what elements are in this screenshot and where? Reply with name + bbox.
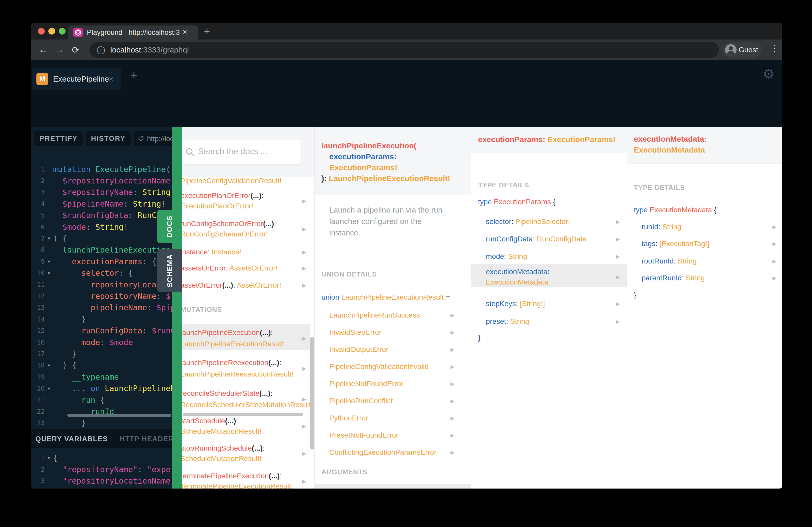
expand-arrow-icon[interactable]: ▶ [302,198,306,204]
field-type[interactable]: PipelineConfigValidationResult! [182,177,282,185]
field-type[interactable]: LaunchPipelineReexecutionResult! [182,370,293,378]
query-editor[interactable]: 1mutation ExecutePipeline(2 $repositoryL… [31,127,172,429]
expand-arrow-icon[interactable]: ▶ [772,241,777,247]
field-type[interactable]: ExecutionPlanOrError! [182,202,253,210]
fold-arrow-icon[interactable]: ▾ [45,270,53,276]
union-member[interactable]: ConflictingExecutionParamsError [329,448,436,456]
tab-query-variables[interactable]: QUERY VARIABLES [35,435,108,443]
type-field[interactable]: runConfigData: RunConfigData [486,235,587,243]
expand-arrow-icon[interactable]: ▶ [616,301,620,307]
expand-arrow-icon[interactable]: ▶ [616,274,620,280]
expand-arrow-icon[interactable]: ▶ [302,450,306,456]
type-field[interactable]: mode: String [486,252,527,261]
fold-arrow-icon[interactable]: ▾ [45,362,53,368]
expand-arrow-icon[interactable]: ▶ [450,381,454,387]
variables-editor[interactable]: 1▾{2 "repositoryName": "exper3 "reposito… [31,448,172,488]
type-field[interactable]: executionMetadata: [486,268,549,276]
union-member[interactable]: PresetNotFoundError [329,431,398,439]
docs-panel-edge[interactable] [172,127,182,488]
doc-field-item[interactable]: instance: Instance! [182,248,241,256]
playground-tab-close-icon[interactable]: × [109,74,114,84]
playground-new-tab-button[interactable]: + [131,69,137,81]
expand-arrow-icon[interactable]: ▶ [450,449,454,455]
tab-schema[interactable]: SCHEMA [157,249,182,292]
union-member[interactable]: InvalidOutputError [329,345,388,354]
doc-field-item[interactable]: reconcileSchedulerState(...): [182,389,272,397]
editor-horizontal-scrollbar[interactable] [67,414,171,417]
expand-arrow-icon[interactable]: ▶ [616,318,620,325]
type-field[interactable]: runId: String [642,223,681,231]
field-type[interactable]: RunConfigSchemaOrError! [182,230,268,238]
fold-arrow-icon[interactable]: ▾ [45,455,53,461]
union-member[interactable]: InvalidStepError [329,328,381,336]
field-type[interactable]: LaunchPipelineExecutionResult! [182,340,285,348]
argument-row[interactable]: executionParams: ExecutionParams! [321,488,441,488]
expand-arrow-icon[interactable]: ▶ [302,282,306,288]
minimize-window-button[interactable] [48,28,55,34]
expand-arrow-icon[interactable]: ▶ [302,226,306,232]
doc-field-item[interactable]: terminatePipelineExecution(...): [182,472,282,480]
url-field[interactable]: ⓘ localhost:3333/graphql [89,42,719,58]
union-member[interactable]: PythonError [329,414,368,422]
field-type[interactable]: ScheduleMutationResult! [182,454,261,463]
expand-arrow-icon[interactable]: ▶ [450,432,454,438]
expand-arrow-icon[interactable]: ▶ [450,346,454,352]
settings-gear-icon[interactable]: ⚙ [763,66,775,81]
expand-arrow-icon[interactable]: ▶ [772,275,777,281]
docs-col1-horizontal-scrollbar[interactable] [183,413,303,416]
docs-vertical-scrollbar[interactable] [310,337,314,450]
expand-arrow-icon[interactable]: ▶ [302,335,306,342]
new-tab-button[interactable]: + [204,26,210,37]
expand-arrow-icon[interactable]: ▶ [772,224,777,230]
type-field[interactable]: parentRunId: String [642,274,705,282]
union-member[interactable]: PipelineNotFoundError [329,380,403,388]
expand-arrow-icon[interactable]: ▶ [772,258,777,264]
doc-field-item[interactable]: executionPlanOrError(...): [182,192,263,200]
type-field[interactable]: preset: String [486,317,529,326]
field-type[interactable]: ScheduleMutationResult! [182,427,261,436]
tab-docs[interactable]: DOCS [157,210,182,243]
field-type[interactable]: ExecutionMetadata [486,278,548,286]
type-field[interactable]: tags: [ExecutionTag!] [642,240,709,248]
search-input[interactable]: Search the docs ... [182,140,301,164]
field-type[interactable]: ReconcileSchedulerStateMutationResult! [182,401,313,409]
expand-arrow-icon[interactable]: ▶ [302,396,306,402]
expand-arrow-icon[interactable]: ▶ [302,423,306,429]
back-icon[interactable]: ← [39,44,48,55]
browser-menu-icon[interactable]: ⋮ [770,43,779,54]
expand-arrow-icon[interactable]: ▶ [302,249,306,255]
tab-http-headers[interactable]: HTTP HEADERS [120,435,172,443]
reload-icon[interactable]: ⟳ [72,45,79,55]
doc-field-item[interactable]: assetOrError(...): AssetOrError! [182,281,281,289]
doc-field-item[interactable]: launchPipelineReexecution(...): [182,359,281,367]
union-member[interactable]: PipelineRunConflict [329,397,393,405]
forward-icon[interactable]: → [55,44,64,55]
expand-arrow-icon[interactable]: ▶ [450,415,454,421]
expand-arrow-icon[interactable]: ▶ [450,398,454,404]
expand-arrow-icon[interactable]: ▶ [616,253,620,260]
type-field[interactable]: rootRunId: String [642,257,697,265]
doc-field-item[interactable]: runConfigSchemaOrError(...): [182,220,276,228]
expand-arrow-icon[interactable]: ▶ [616,236,620,242]
profile-button[interactable]: Guest [723,42,762,58]
playground-tab[interactable]: M ExecutePipeline × [32,68,121,90]
doc-field-item[interactable]: launchPipelineExecution(...): [182,329,273,337]
doc-field-item[interactable]: startSchedule(...): [182,417,238,425]
fold-arrow-icon[interactable]: ▾ [45,235,53,241]
maximize-window-button[interactable] [59,28,66,34]
close-window-button[interactable] [38,28,45,34]
tab-close-icon[interactable]: × [183,28,187,36]
union-member[interactable]: PipelineConfigValidationInvalid [329,362,429,371]
expand-arrow-icon[interactable]: ▶ [450,329,454,335]
fold-arrow-icon[interactable]: ▾ [45,258,53,265]
field-type[interactable]: TerminatePipelineExecutionResult! [182,482,293,488]
expand-arrow-icon[interactable]: ▶ [450,363,454,370]
expand-arrow-icon[interactable]: ▶ [302,365,306,372]
type-field[interactable]: stepKeys: [String!] [486,300,545,308]
union-member[interactable]: LaunchPipelineRunSuccess [329,311,420,319]
type-field[interactable]: selector: PipelineSelector! [486,217,570,226]
doc-field-item[interactable]: stopRunningSchedule(...): [182,444,265,452]
browser-tab[interactable]: Playground - http://localhost:3 × [68,26,198,40]
expand-arrow-icon[interactable]: ▶ [302,265,306,271]
doc-field-item[interactable]: assetsOrError: AssetsOrError! [182,264,277,272]
